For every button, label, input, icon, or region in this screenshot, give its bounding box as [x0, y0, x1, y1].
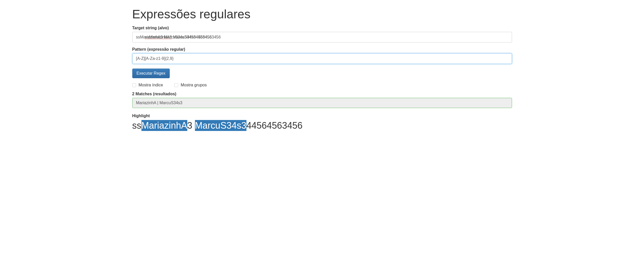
pattern-input[interactable] [132, 53, 512, 64]
highlight-plain: 3 [187, 120, 195, 131]
show-index-checkbox[interactable]: Mostra índice [132, 83, 163, 87]
pattern-label: Pattern (expressão regular) [132, 47, 512, 52]
highlight-plain: ss [132, 120, 141, 131]
highlight-plain: 44564563456 [246, 120, 303, 131]
highlight-match: MarcuS34s3 [195, 120, 246, 131]
target-label: Target string (alvo) [132, 26, 512, 30]
page-title: Expressões regulares [132, 7, 512, 21]
show-groups-checkbox[interactable]: Mostra grupos [174, 83, 207, 87]
execute-button[interactable]: Executar Regex [132, 69, 170, 78]
highlight-match: MariazinhA [141, 120, 187, 131]
checkbox-icon [132, 83, 136, 87]
results-output: MariazinhA | MarcuS34s3 [132, 98, 512, 108]
results-label: 2 Matches (resultados) [132, 92, 512, 96]
highlight-label: Highlight [132, 114, 512, 118]
show-groups-label: Mostra grupos [181, 83, 207, 87]
highlight-output: ssMariazinhA3 MarcuS34s344564563456 [132, 120, 512, 132]
show-index-label: Mostra índice [139, 83, 163, 87]
checkbox-icon [174, 83, 178, 87]
target-input[interactable] [132, 32, 512, 43]
